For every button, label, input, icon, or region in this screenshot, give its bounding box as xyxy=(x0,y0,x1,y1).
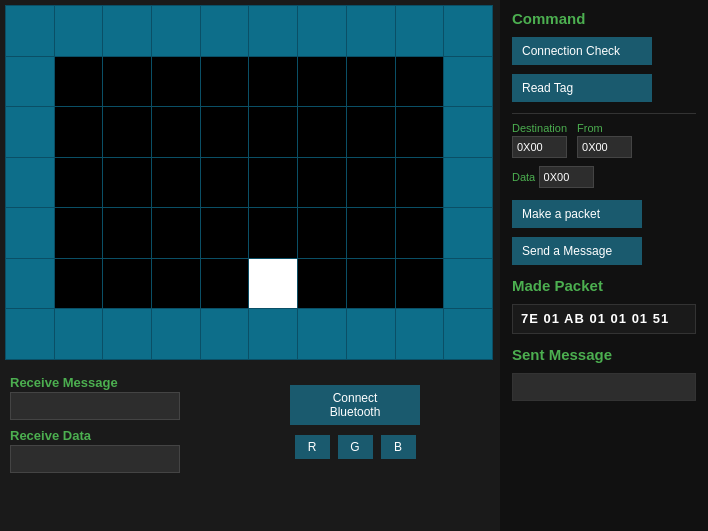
maze-cell xyxy=(298,157,347,208)
maze-cell xyxy=(249,309,298,360)
read-tag-button[interactable]: Read Tag xyxy=(512,74,652,102)
maze-cell xyxy=(6,309,55,360)
right-controls: Connect Bluetooth R G B xyxy=(290,375,420,521)
maze-cell xyxy=(249,107,298,158)
maze-cell xyxy=(444,56,493,107)
maze-cell xyxy=(200,157,249,208)
maze-cell xyxy=(103,56,152,107)
maze-cell xyxy=(395,6,444,57)
b-button[interactable]: B xyxy=(381,435,416,459)
sent-message-display xyxy=(512,373,696,401)
from-input[interactable] xyxy=(577,136,632,158)
data-label: Data xyxy=(512,171,535,183)
maze-cell xyxy=(6,56,55,107)
maze-cell xyxy=(395,157,444,208)
maze-cell xyxy=(444,6,493,57)
receive-message-input[interactable] xyxy=(10,392,180,420)
maze-cell xyxy=(54,309,103,360)
maze-cell xyxy=(395,56,444,107)
made-packet-title: Made Packet xyxy=(512,277,696,294)
maze-cell xyxy=(298,56,347,107)
maze-cell xyxy=(249,56,298,107)
maze-cell xyxy=(54,208,103,259)
maze-cell xyxy=(200,107,249,158)
send-message-button[interactable]: Send a Message xyxy=(512,237,642,265)
maze-cell xyxy=(200,309,249,360)
connection-check-button[interactable]: Connection Check xyxy=(512,37,652,65)
maze-cell xyxy=(346,157,395,208)
right-panel: Command Connection Check Read Tag Destin… xyxy=(500,0,708,531)
maze-cell xyxy=(346,208,395,259)
maze-cell xyxy=(152,6,201,57)
maze-cell xyxy=(395,208,444,259)
maze-cell xyxy=(346,56,395,107)
maze-cell xyxy=(54,157,103,208)
receive-data-section: Receive Data xyxy=(10,428,210,473)
maze-area xyxy=(5,5,493,360)
maze-cell xyxy=(152,56,201,107)
maze-cell xyxy=(54,6,103,57)
maze-cell xyxy=(54,56,103,107)
from-group: From xyxy=(577,122,632,158)
destination-group: Destination xyxy=(512,122,567,158)
maze-cell xyxy=(249,208,298,259)
receive-data-label: Receive Data xyxy=(10,428,210,443)
left-panel: Receive Message Receive Data Connect Blu… xyxy=(0,0,500,531)
maze-cell xyxy=(298,208,347,259)
g-button[interactable]: G xyxy=(338,435,373,459)
maze-cell xyxy=(395,258,444,309)
maze-cell xyxy=(6,6,55,57)
destination-label: Destination xyxy=(512,122,567,134)
maze-cell xyxy=(346,107,395,158)
divider1 xyxy=(512,113,696,114)
maze-cell xyxy=(152,107,201,158)
command-title: Command xyxy=(512,10,696,27)
maze-cell xyxy=(444,258,493,309)
maze-cell xyxy=(103,309,152,360)
data-group: Data xyxy=(512,166,696,188)
bottom-controls: Receive Message Receive Data Connect Blu… xyxy=(0,365,500,531)
connect-bluetooth-button[interactable]: Connect Bluetooth xyxy=(290,385,420,425)
destination-input[interactable] xyxy=(512,136,567,158)
rgb-buttons: R G B xyxy=(295,435,416,459)
maze-cell xyxy=(103,157,152,208)
maze-cell xyxy=(395,107,444,158)
maze-cell xyxy=(346,258,395,309)
maze-cell xyxy=(346,6,395,57)
maze-cell xyxy=(6,157,55,208)
maze-cell xyxy=(152,208,201,259)
maze-cell xyxy=(444,208,493,259)
maze-cell xyxy=(54,258,103,309)
receive-data-input[interactable] xyxy=(10,445,180,473)
maze-cell xyxy=(103,208,152,259)
maze-cell xyxy=(298,107,347,158)
maze-cell xyxy=(6,258,55,309)
maze-cell xyxy=(444,107,493,158)
maze-cell xyxy=(298,6,347,57)
maze-cell xyxy=(249,6,298,57)
made-packet-display: 7E 01 AB 01 01 01 51 xyxy=(512,304,696,334)
maze-cell xyxy=(298,309,347,360)
maze-cell xyxy=(200,56,249,107)
maze-cell xyxy=(152,157,201,208)
maze-cell xyxy=(249,157,298,208)
maze-cell xyxy=(152,258,201,309)
maze-cell xyxy=(152,309,201,360)
maze-cell xyxy=(395,309,444,360)
receive-message-section: Receive Message xyxy=(10,375,210,420)
data-input[interactable] xyxy=(539,166,594,188)
maze-cell xyxy=(103,107,152,158)
maze-cell xyxy=(200,258,249,309)
sent-message-title: Sent Message xyxy=(512,346,696,363)
maze-cell xyxy=(346,309,395,360)
maze-cell xyxy=(249,258,298,309)
maze-cell xyxy=(6,107,55,158)
maze-cell xyxy=(103,6,152,57)
maze-cell xyxy=(200,208,249,259)
r-button[interactable]: R xyxy=(295,435,330,459)
maze-cell xyxy=(6,208,55,259)
make-packet-button[interactable]: Make a packet xyxy=(512,200,642,228)
maze-cell xyxy=(54,107,103,158)
dest-from-row: Destination From xyxy=(512,122,696,158)
receive-message-label: Receive Message xyxy=(10,375,210,390)
